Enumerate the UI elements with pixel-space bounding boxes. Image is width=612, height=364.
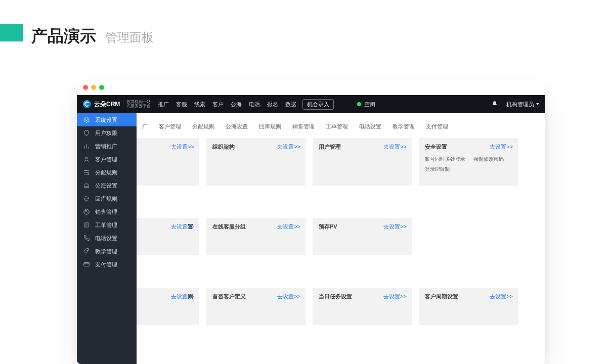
sidebar-item-search[interactable]: 销售管理 (77, 205, 137, 218)
card-title: 当日任务设置 (319, 293, 352, 299)
go-settings-link[interactable]: 去设置>> (277, 143, 300, 151)
tab-6[interactable]: 工单管理 (320, 120, 354, 133)
cards-area: 去设置>>组织架构去设置>>用户管理去设置>>安全设置去设置>>账号同时多处登录… (137, 138, 545, 325)
sidebar-item-phone[interactable]: 电话设置 (77, 232, 137, 245)
go-settings-link[interactable]: 去设置>> (490, 143, 513, 151)
sidebar-item-bars[interactable]: 营销推广 (77, 140, 137, 153)
user-menu[interactable]: 机构管理员 (506, 101, 539, 108)
topnav-item[interactable]: 客户 (212, 101, 224, 108)
sidebar-item-label: 教学管理 (95, 248, 117, 255)
tab-0[interactable]: 广 (137, 120, 153, 133)
sidebar-item-flow[interactable]: 分配规则 (77, 166, 137, 179)
settings-card: 客户周期设置去设置>> (419, 288, 518, 325)
sidebar-item-label: 销售管理 (95, 208, 117, 216)
gear-icon (83, 116, 90, 123)
sidebar-item-house[interactable]: 公海设置 (77, 179, 137, 192)
svg-point-4 (85, 210, 87, 212)
card-chips: 账号同时多处登录强制修改密码登录IP限制 (425, 156, 512, 173)
accent-bar (0, 24, 23, 41)
house-icon (83, 182, 90, 189)
tab-5[interactable]: 销售管理 (287, 120, 320, 133)
svg-rect-8 (84, 263, 90, 266)
sidebar-item-label: 分配规则 (95, 169, 117, 176)
sidebar-item-label: 客户管理 (95, 156, 117, 163)
settings-card: 去设置>> (137, 138, 199, 186)
shield-icon (83, 129, 90, 136)
brand[interactable]: 云朵CRM 教育机构一站 式服务云平台 (83, 100, 151, 109)
sidebar-item-person[interactable]: 客户管理 (77, 153, 137, 166)
tab-8[interactable]: 教学管理 (387, 120, 420, 133)
go-settings-link[interactable]: 去设置>> (171, 223, 194, 231)
record-button[interactable]: 机会录入 (302, 99, 334, 110)
sub-tabs: 广客户管理分配规则公海设置回库规则销售管理工单管理电话设置教学管理支付管理 (137, 113, 545, 138)
page-title: 产品演示 (31, 25, 96, 48)
card-row: 置去设置>>在线客服分组去设置>>预存PV去设置>> (137, 218, 545, 255)
user-label: 机构管理员 (506, 101, 534, 108)
phone-icon (83, 235, 90, 242)
go-settings-link[interactable]: 去设置>> (383, 143, 407, 151)
tab-9[interactable]: 支付管理 (420, 120, 454, 133)
svg-point-3 (88, 173, 89, 174)
tab-7[interactable]: 电话设置 (354, 120, 387, 133)
settings-card: 首咨客户定义去设置>> (206, 288, 305, 325)
window-min-dot[interactable] (91, 85, 96, 90)
sidebar-item-label: 回库规则 (95, 195, 117, 203)
card-row: 去设置>>组织架构去设置>>用户管理去设置>>安全设置去设置>>账号同时多处登录… (137, 138, 545, 186)
settings-card: 安全设置去设置>>账号同时多处登录强制修改密码登录IP限制 (419, 138, 518, 186)
go-settings-link[interactable]: 去设置>> (383, 293, 407, 300)
topnav-item[interactable]: 公海 (231, 101, 242, 108)
sidebar-item-tag[interactable]: 教学管理 (77, 245, 137, 258)
sidebar: 系统设置用户权限营销推广客户管理分配规则公海设置回库规则销售管理工单管理电话设置… (77, 113, 137, 364)
status-dot-icon (357, 102, 361, 106)
topnav-item[interactable]: 客服 (176, 101, 187, 108)
go-settings-link[interactable]: 去设置>> (383, 223, 407, 231)
window-close-dot[interactable] (83, 85, 88, 90)
sidebar-item-label: 公海设置 (95, 182, 117, 190)
sidebar-item-recycle[interactable]: 回库规则 (77, 192, 137, 205)
topnav-item[interactable]: 数据 (285, 101, 296, 108)
person-icon (83, 156, 90, 163)
sidebar-item-label: 工单管理 (95, 221, 117, 229)
ticket-icon (83, 221, 90, 229)
tab-1[interactable]: 客户管理 (153, 120, 187, 133)
sidebar-item-gear[interactable]: 系统设置 (77, 113, 137, 126)
topnav-item[interactable]: 电话 (249, 101, 260, 108)
go-settings-link[interactable]: 去设置>> (171, 143, 194, 151)
flow-icon (83, 169, 90, 176)
card-title: 首咨客户定义 (212, 293, 246, 299)
settings-card: 置去设置>> (137, 218, 199, 255)
sidebar-item-label: 用户权限 (95, 129, 117, 137)
sidebar-item-card[interactable]: 支付管理 (77, 258, 137, 271)
tab-3[interactable]: 公海设置 (220, 120, 253, 133)
tab-2[interactable]: 分配规则 (187, 120, 220, 133)
topnav-item[interactable]: 线索 (194, 101, 205, 108)
go-settings-link[interactable]: 去设置>> (171, 293, 194, 300)
brand-logo-icon (83, 100, 91, 108)
card-title: 用户管理 (319, 144, 341, 150)
go-settings-link[interactable]: 去设置>> (490, 293, 513, 300)
tag-icon (83, 248, 90, 255)
topnav-item[interactable]: 报名 (267, 101, 278, 108)
status-indicator[interactable]: 空闲 (357, 101, 375, 108)
card-title: 安全设置 (425, 144, 447, 150)
search-icon (83, 208, 90, 215)
page-subtitle: 管理面板 (105, 29, 154, 46)
go-settings-link[interactable]: 去设置>> (277, 223, 300, 231)
page-header: 产品演示 管理面板 (0, 24, 154, 48)
brand-name: 云朵CRM (94, 100, 120, 109)
card-title: 预存PV (319, 223, 337, 230)
bell-icon[interactable] (491, 101, 498, 108)
main-panel: 广客户管理分配规则公海设置回库规则销售管理工单管理电话设置教学管理支付管理 去设… (137, 113, 545, 364)
svg-rect-6 (84, 223, 89, 227)
status-label: 空闲 (364, 101, 375, 108)
window-max-dot[interactable] (99, 85, 104, 90)
settings-card: 用户管理去设置>> (313, 138, 412, 186)
go-settings-link[interactable]: 去设置>> (277, 293, 300, 300)
window-controls (77, 80, 545, 95)
svg-point-1 (85, 157, 88, 159)
tab-4[interactable]: 回库规则 (253, 120, 287, 133)
sidebar-item-shield[interactable]: 用户权限 (77, 126, 137, 140)
topnav-item[interactable]: 推广 (158, 101, 169, 108)
top-nav: 推广 客服 线索 客户 公海 电话 报名 数据 (158, 101, 296, 108)
sidebar-item-ticket[interactable]: 工单管理 (77, 218, 137, 232)
